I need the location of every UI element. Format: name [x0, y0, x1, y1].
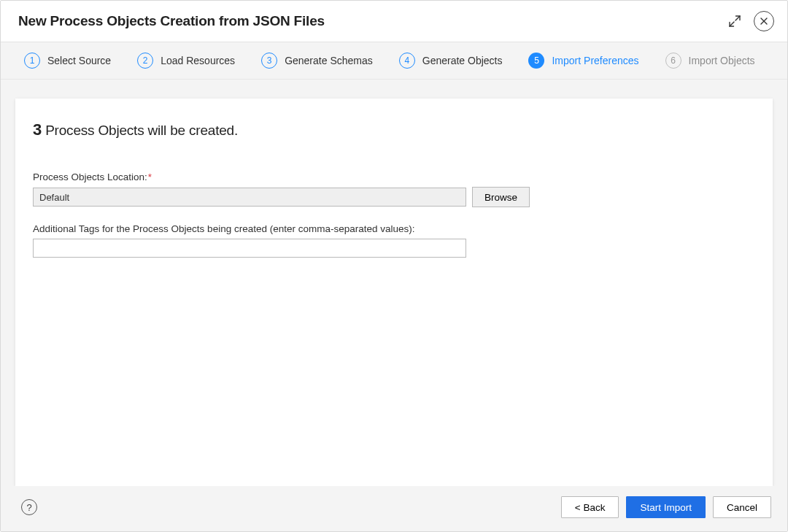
step-label: Import Objects: [689, 55, 755, 66]
content-panel: 3 Process Objects will be created. Proce…: [15, 99, 773, 486]
footer-actions: < Back Start Import Cancel: [561, 496, 771, 518]
step-label: Generate Schemas: [285, 55, 373, 66]
help-icon[interactable]: ?: [21, 499, 37, 515]
dialog-title: New Process Objects Creation from JSON F…: [18, 13, 325, 29]
wizard-dialog: New Process Objects Creation from JSON F…: [0, 0, 788, 532]
expand-icon[interactable]: [725, 11, 745, 31]
location-label-text: Process Objects Location:: [33, 171, 147, 182]
back-button[interactable]: < Back: [561, 496, 619, 518]
step-generate-schemas[interactable]: 3 Generate Schemas: [261, 53, 373, 69]
close-icon[interactable]: [754, 11, 774, 31]
step-import-preferences[interactable]: 5 Import Preferences: [528, 53, 638, 69]
required-star-icon: *: [148, 171, 152, 182]
step-label: Import Preferences: [552, 55, 638, 66]
step-number: 6: [665, 53, 681, 69]
step-label: Select Source: [47, 55, 111, 66]
cancel-button[interactable]: Cancel: [713, 496, 771, 518]
step-generate-objects[interactable]: 4 Generate Objects: [399, 53, 503, 69]
tags-field: Additional Tags for the Process Objects …: [33, 223, 755, 258]
dialog-footer: ? < Back Start Import Cancel: [1, 486, 787, 531]
step-number: 1: [24, 53, 40, 69]
step-number: 3: [261, 53, 277, 69]
dialog-body: 3 Process Objects will be created. Proce…: [1, 80, 787, 486]
summary-text: Process Objects will be created.: [42, 123, 238, 138]
step-number: 2: [137, 53, 153, 69]
step-number: 5: [528, 53, 544, 69]
location-input[interactable]: [33, 188, 466, 207]
location-field: Process Objects Location:* Browse: [33, 171, 755, 207]
tags-input[interactable]: [33, 239, 466, 258]
summary-line: 3 Process Objects will be created.: [33, 120, 755, 139]
start-import-button[interactable]: Start Import: [626, 496, 706, 518]
browse-button[interactable]: Browse: [472, 187, 530, 207]
step-number: 4: [399, 53, 415, 69]
step-label: Load Resources: [161, 55, 235, 66]
step-import-objects: 6 Import Objects: [665, 53, 755, 69]
step-load-resources[interactable]: 2 Load Resources: [137, 53, 235, 69]
dialog-header: New Process Objects Creation from JSON F…: [1, 1, 787, 42]
wizard-stepper: 1 Select Source 2 Load Resources 3 Gener…: [1, 42, 787, 80]
header-actions: [725, 11, 774, 31]
tags-label: Additional Tags for the Process Objects …: [33, 223, 755, 234]
location-label: Process Objects Location:*: [33, 171, 755, 182]
step-label: Generate Objects: [422, 55, 503, 66]
step-select-source[interactable]: 1 Select Source: [24, 53, 111, 69]
summary-count: 3: [33, 120, 42, 139]
